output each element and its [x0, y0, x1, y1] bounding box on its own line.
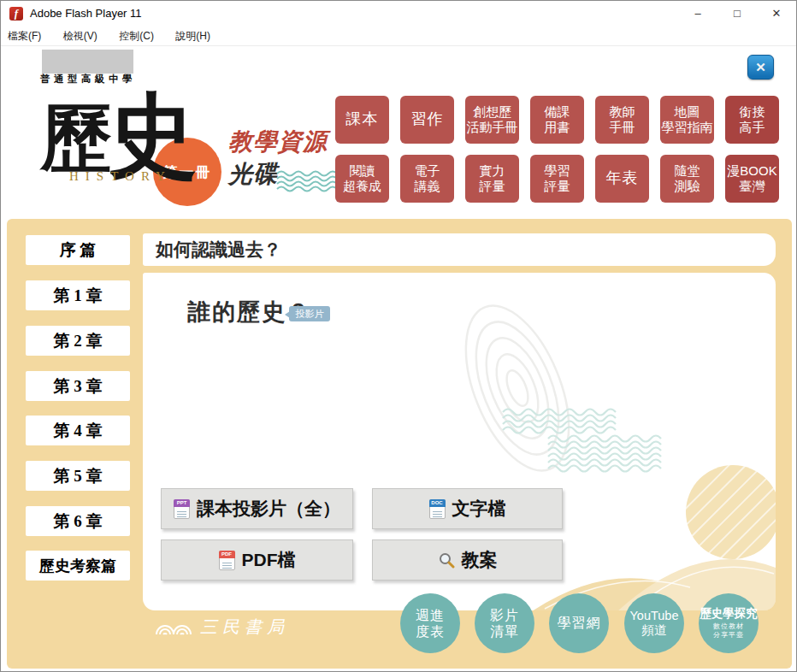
menu-item-file[interactable]: 檔案(F)	[8, 27, 41, 46]
resource-button-textbook[interactable]: 課本	[335, 96, 389, 144]
title-bar: Adobe Flash Player 11 – □ ✕	[1, 1, 796, 27]
menu-bar: 檔案(F) 檢視(V) 控制(C) 說明(H)	[1, 27, 796, 46]
publisher-name: 三民書局	[200, 618, 289, 635]
menu-item-view[interactable]: 檢視(V)	[63, 27, 97, 46]
resource-button-quiz[interactable]: 隨堂 測驗	[660, 155, 714, 203]
sidebar-item-chapter-1[interactable]: 第 1 章	[26, 280, 130, 310]
resource-title-line1: 教學資源	[228, 126, 328, 158]
resource-button-prep-book[interactable]: 備課 用書	[530, 96, 584, 144]
pdf-file-icon-label: PDF	[219, 551, 235, 558]
resource-button-electure[interactable]: 電子 講義	[400, 155, 454, 203]
pdf-file-button[interactable]: PDF PDF檔	[161, 539, 353, 581]
resource-button-ability-test[interactable]: 實力 評量	[465, 155, 519, 203]
sidebar-item-chapter-5[interactable]: 第 5 章	[26, 461, 130, 491]
resource-button-grid: 課本 習作 創想歷 活動手冊 備課 用書 教師 手冊 地圖 學習指南 銜接 高手…	[335, 96, 779, 203]
menu-item-help[interactable]: 說明(H)	[175, 27, 210, 46]
magnifier-icon	[438, 551, 455, 569]
doc-file-icon: DOC	[429, 499, 446, 519]
text-file-button[interactable]: DOC 文字檔	[372, 488, 563, 529]
file-button-label: 課本投影片（全）	[197, 497, 340, 521]
resource-button-comic-taiwan[interactable]: 漫BOOK 臺灣	[725, 155, 779, 203]
wave-motif-icon	[273, 168, 341, 192]
window-title: Adobe Flash Player 11	[30, 1, 142, 27]
pdf-file-icon: PDF	[219, 551, 235, 570]
subject-title-english: HISTORY	[69, 169, 172, 184]
file-button-label: 教案	[462, 548, 498, 572]
ppt-file-icon: PPT	[174, 499, 190, 519]
sidebar-item-chapter-3[interactable]: 第 3 章	[26, 371, 130, 401]
resource-title-line2: 光碟	[228, 158, 278, 191]
youtube-channel-circle-button[interactable]: YouTube 頻道	[624, 593, 684, 653]
ppt-file-icon-label: PPT	[174, 499, 190, 507]
file-button-label: PDF檔	[242, 548, 296, 572]
weekly-schedule-circle-button[interactable]: 週進 度表	[400, 593, 460, 653]
sidebar-item-field-study[interactable]: 歷史考察篇	[26, 551, 130, 581]
subject-title: 歷史	[40, 86, 203, 177]
flash-player-icon	[9, 7, 23, 21]
resource-button-learning-test[interactable]: 學習 評量	[530, 155, 584, 203]
close-button[interactable]: ✕	[757, 1, 796, 27]
sidebar-item-chapter-2[interactable]: 第 2 章	[26, 326, 130, 356]
window-controls: – □ ✕	[678, 1, 796, 27]
maximize-button[interactable]: □	[717, 1, 757, 27]
content-panel: 序 篇 第 1 章 第 2 章 第 3 章 第 4 章 第 5 章 第 6 章 …	[7, 219, 792, 669]
resource-button-reading[interactable]: 閱讀 超養成	[335, 155, 389, 203]
resource-button-workbook[interactable]: 習作	[400, 96, 454, 144]
publisher-arches-icon	[155, 618, 194, 635]
main-content-area: 誰的歷史？ 投影片 PPT 課本投影片（全） DOC 文字檔 PDF PDF檔 …	[143, 273, 776, 610]
slides-badge: 投影片	[289, 306, 330, 321]
learning-site-circle-button[interactable]: 學習網	[549, 593, 609, 653]
minimize-button[interactable]: –	[678, 1, 717, 27]
file-button-label: 文字檔	[452, 497, 506, 521]
video-list-circle-button[interactable]: 影片 清單	[475, 593, 534, 653]
sidebar-item-chapter-4[interactable]: 第 4 章	[26, 416, 130, 445]
lesson-plan-button[interactable]: 教案	[372, 539, 563, 581]
resource-button-teacher-manual[interactable]: 教師 手冊	[595, 96, 649, 144]
history-inquiry-circle-button[interactable]: 歷史學探究 數位教材 分享平臺	[699, 593, 759, 653]
resource-button-bridging-expert[interactable]: 銜接 高手	[725, 96, 779, 144]
app-close-button[interactable]: ✕	[747, 55, 774, 80]
menu-item-control[interactable]: 控制(C)	[119, 27, 154, 46]
flash-player-window: Adobe Flash Player 11 – □ ✕ 檔案(F) 檢視(V) …	[0, 0, 797, 672]
chapter-header: 如何認識過去？	[143, 233, 776, 266]
textbook-slides-all-button[interactable]: PPT 課本投影片（全）	[161, 488, 353, 529]
doc-file-icon-label: DOC	[429, 499, 446, 507]
resource-button-activity-manual[interactable]: 創想歷 活動手冊	[465, 96, 519, 144]
resource-button-map-guide[interactable]: 地圖 學習指南	[660, 96, 714, 144]
school-type-label: 普通型高級中學	[40, 73, 136, 85]
resource-button-timeline[interactable]: 年表	[595, 155, 649, 203]
history-inquiry-title: 歷史學探究	[700, 607, 758, 621]
history-inquiry-subtitle: 數位教材 分享平臺	[713, 622, 744, 640]
sidebar-item-chapter-6[interactable]: 第 6 章	[26, 506, 130, 536]
publisher-logo-blurred	[42, 50, 133, 74]
sidebar-item-preface[interactable]: 序 篇	[26, 235, 130, 265]
subject-char-1: 歷	[40, 98, 112, 179]
publisher-logo: 三民書局	[155, 618, 289, 635]
